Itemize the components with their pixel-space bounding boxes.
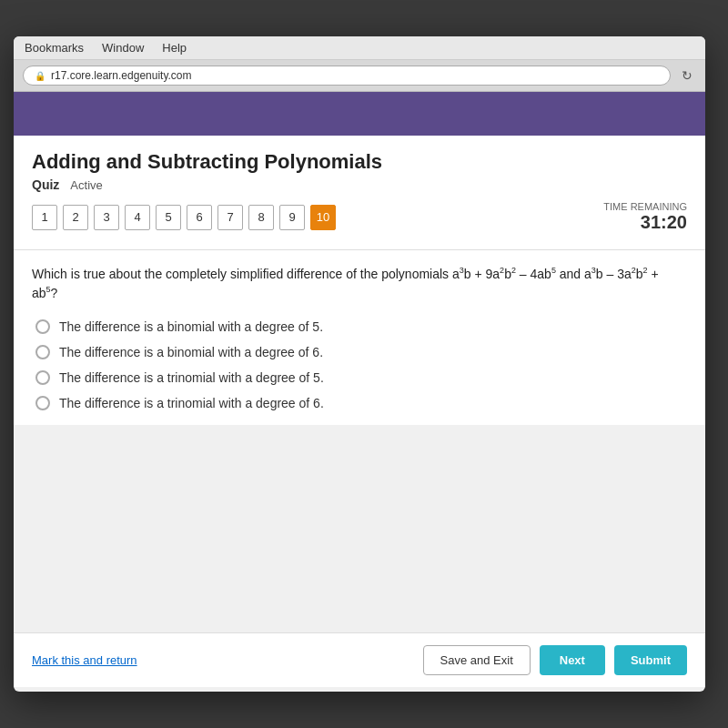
answer-option-3[interactable]: The difference is a trinomial with a deg… [35,370,687,385]
answer-option-1[interactable]: The difference is a binomial with a degr… [35,319,687,334]
question-num-1[interactable]: 1 [32,205,57,230]
radio-btn-1[interactable] [35,319,50,334]
answer-text-3: The difference is a trinomial with a deg… [59,370,324,385]
menu-bookmarks[interactable]: Bookmarks [25,41,84,55]
next-button[interactable]: Next [540,645,605,675]
submit-button[interactable]: Submit [614,645,687,675]
url-text: r17.core.learn.edgenuity.com [51,69,192,82]
question-num-8[interactable]: 8 [248,205,274,230]
answer-option-2[interactable]: The difference is a binomial with a degr… [35,345,687,359]
answer-text-1: The difference is a binomial with a degr… [59,319,323,334]
question-area: Which is true about the completely simpl… [14,250,705,425]
answer-text-2: The difference is a binomial with a degr… [59,345,323,359]
answer-options: The difference is a binomial with a degr… [32,319,687,410]
question-num-4[interactable]: 4 [125,205,150,230]
question-num-9[interactable]: 9 [279,205,305,230]
active-label: Active [70,178,102,192]
save-exit-button[interactable]: Save and Exit [423,645,531,675]
bottom-bar: Mark this and return Save and Exit Next … [14,632,705,687]
page-title-section: Adding and Subtracting Polynomials Quiz … [14,136,705,249]
browser-window: Bookmarks Window Help 🔒 r17.core.learn.e… [14,36,705,692]
refresh-button[interactable]: ↻ [678,66,696,85]
quiz-label: Quiz [32,177,59,192]
question-num-3[interactable]: 3 [94,205,119,230]
desktop: Bookmarks Window Help 🔒 r17.core.learn.e… [0,0,728,728]
question-num-7[interactable]: 7 [217,205,243,230]
answer-text-4: The difference is a trinomial with a deg… [59,396,324,410]
menu-bar: Bookmarks Window Help [14,36,705,60]
question-numbers-row: 1 2 3 4 5 6 7 8 9 10 TIME REMAINING 31:2… [32,201,687,233]
menu-window[interactable]: Window [102,41,144,55]
main-container: Adding and Subtracting Polynomials Quiz … [14,136,705,687]
question-text: Which is true about the completely simpl… [32,265,687,303]
question-num-5[interactable]: 5 [156,205,181,230]
radio-btn-4[interactable] [35,396,50,410]
bottom-buttons: Save and Exit Next Submit [423,645,687,675]
radio-btn-2[interactable] [35,345,50,359]
url-bar-area: 🔒 r17.core.learn.edgenuity.com ↻ [14,60,705,92]
time-remaining-value: 31:20 [603,212,687,233]
quiz-status: Quiz Active [32,177,687,192]
question-num-10[interactable]: 10 [310,205,336,230]
lock-icon: 🔒 [35,71,46,81]
answer-option-4[interactable]: The difference is a trinomial with a deg… [35,396,687,410]
page-title: Adding and Subtracting Polynomials [32,150,687,174]
menu-help[interactable]: Help [162,41,187,55]
question-num-2[interactable]: 2 [63,205,88,230]
radio-btn-3[interactable] [35,370,50,385]
question-num-6[interactable]: 6 [187,205,212,230]
mark-return-link[interactable]: Mark this and return [32,653,137,667]
time-remaining-label: TIME REMAINING [603,201,687,212]
purple-header [14,92,705,136]
time-remaining: TIME REMAINING 31:20 [603,201,687,233]
url-bar[interactable]: 🔒 r17.core.learn.edgenuity.com [23,66,671,86]
